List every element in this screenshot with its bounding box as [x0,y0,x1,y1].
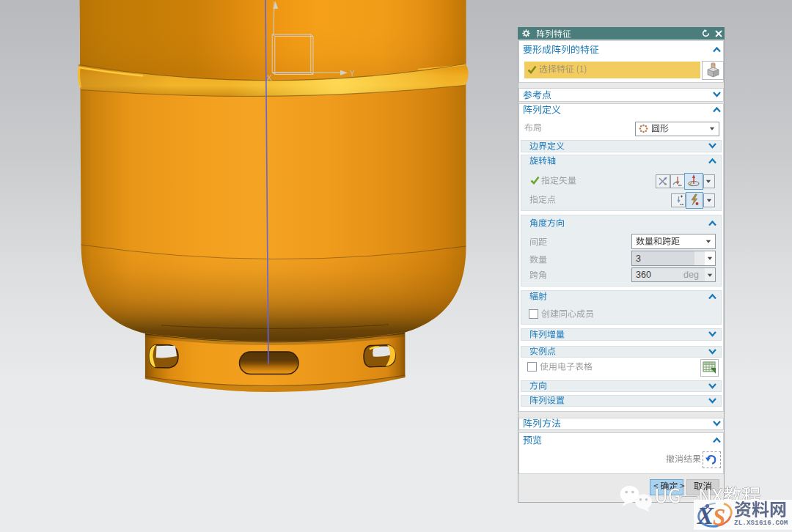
svg-text:S: S [713,504,725,530]
svg-text:Y: Y [350,70,355,78]
svg-text:X: X [697,503,714,529]
svg-text:X: X [267,74,272,82]
